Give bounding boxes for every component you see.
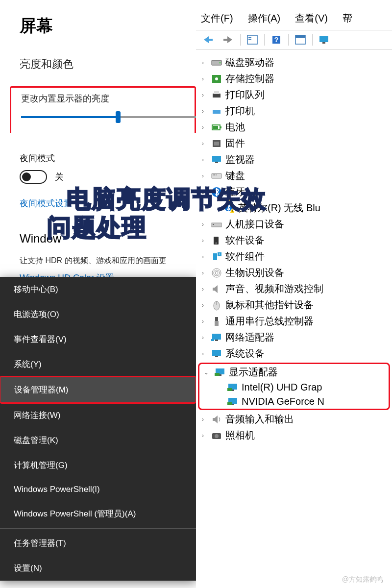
watermark: @方知露鹤鸣 bbox=[342, 575, 383, 584]
chevron-right-icon[interactable]: › bbox=[198, 416, 208, 423]
page-title: 屏幕 bbox=[20, 15, 176, 37]
headline-line2: 问题处理 bbox=[47, 214, 267, 242]
firmware-icon bbox=[211, 138, 222, 149]
chevron-right-icon[interactable]: › bbox=[198, 156, 208, 163]
tree-row[interactable]: ›电池 bbox=[196, 119, 392, 135]
svg-rect-51 bbox=[211, 339, 214, 341]
chevron-right-icon[interactable]: › bbox=[198, 92, 208, 98]
brightness-highlight-box: 更改内置显示器的亮度 bbox=[10, 86, 196, 133]
back-button[interactable] bbox=[199, 32, 217, 47]
svg-rect-4 bbox=[248, 39, 251, 40]
tree-row[interactable]: ›打印队列 bbox=[196, 87, 392, 103]
svg-rect-53 bbox=[215, 356, 218, 357]
tree-row[interactable]: ›+软件组件 bbox=[196, 248, 392, 265]
chevron-right-icon[interactable]: › bbox=[198, 140, 208, 147]
tree-row[interactable]: ›网络适配器 bbox=[196, 329, 392, 345]
tree-row[interactable]: ›监视器 bbox=[196, 151, 392, 168]
tree-label: 显示适配器 bbox=[229, 366, 278, 379]
bio-icon bbox=[211, 268, 222, 278]
headline-overlay: 电脑亮度调节失效 问题处理 bbox=[47, 185, 267, 242]
tree-row[interactable]: ›通用串行总线控制器 bbox=[196, 313, 392, 329]
ctx-item[interactable]: 系统(Y) bbox=[0, 352, 196, 377]
chevron-right-icon[interactable]: › bbox=[198, 108, 208, 115]
chevron-right-icon[interactable]: › bbox=[198, 302, 208, 309]
chevron-right-icon[interactable]: › bbox=[198, 172, 208, 179]
chevron-right-icon[interactable]: › bbox=[198, 432, 208, 439]
tree-row[interactable]: ›系统设备 bbox=[196, 345, 392, 362]
ctx-item[interactable]: 磁盘管理(K) bbox=[0, 428, 196, 453]
toggle-state-text: 关 bbox=[55, 171, 64, 183]
menu-bar: 文件(F)操作(A)查看(V)帮 bbox=[196, 10, 392, 30]
chevron-right-icon[interactable]: › bbox=[198, 334, 208, 341]
tree-row[interactable]: NVIDIA GeForce N bbox=[199, 394, 389, 409]
chevron-right-icon[interactable]: › bbox=[198, 253, 208, 260]
svg-rect-17 bbox=[213, 110, 220, 114]
tree-label: 系统设备 bbox=[225, 347, 265, 360]
ctx-separator bbox=[0, 528, 196, 529]
svg-rect-21 bbox=[213, 126, 218, 129]
audio-icon bbox=[211, 414, 222, 425]
tree-row[interactable]: ›音频输入和输出 bbox=[196, 411, 392, 427]
help-button[interactable]: ? bbox=[268, 32, 285, 47]
keyboard-icon bbox=[211, 171, 222, 181]
tree-label: Intel(R) UHD Grap bbox=[242, 382, 322, 393]
chevron-right-icon[interactable]: › bbox=[198, 75, 208, 82]
night-mode-label: 夜间模式 bbox=[20, 152, 176, 164]
tree-row[interactable]: ›鼠标和其他指针设备 bbox=[196, 297, 392, 313]
tree-row[interactable]: ⌄显示适配器 bbox=[199, 364, 389, 380]
svg-rect-25 bbox=[215, 162, 218, 163]
svg-rect-50 bbox=[215, 340, 218, 341]
ctx-item[interactable]: 移动中心(B) bbox=[0, 277, 196, 302]
ctx-item[interactable]: 任务管理器(T) bbox=[0, 531, 196, 556]
tree-row[interactable]: Intel(R) UHD Grap bbox=[199, 380, 389, 394]
night-mode-toggle[interactable] bbox=[20, 170, 47, 184]
chevron-right-icon[interactable]: › bbox=[198, 318, 208, 325]
properties-button[interactable] bbox=[292, 32, 309, 47]
tree-row[interactable]: ›打印机 bbox=[196, 103, 392, 119]
tree-label: 打印队列 bbox=[225, 88, 265, 101]
tree-row[interactable]: ›生物识别设备 bbox=[196, 265, 392, 281]
chevron-right-icon[interactable]: › bbox=[198, 270, 208, 276]
svg-rect-59 bbox=[227, 388, 232, 391]
ctx-item[interactable]: 事件查看器(V) bbox=[0, 327, 196, 352]
brightness-slider[interactable] bbox=[21, 116, 197, 118]
svg-point-44 bbox=[215, 271, 218, 274]
sys-icon bbox=[211, 348, 222, 359]
slider-thumb[interactable] bbox=[116, 111, 121, 123]
menu-item[interactable]: 查看(V) bbox=[295, 12, 328, 25]
device-tree: ›磁盘驱动器›存储控制器›打印队列›打印机›电池›固件›监视器›键盘⌄蓝牙!英特… bbox=[196, 49, 392, 443]
scan-hardware-button[interactable] bbox=[316, 32, 333, 47]
menu-item[interactable]: 操作(A) bbox=[248, 12, 281, 25]
chevron-right-icon[interactable]: › bbox=[198, 350, 208, 357]
ctx-item[interactable]: 电源选项(O) bbox=[0, 302, 196, 327]
tree-row[interactable]: ›磁盘驱动器 bbox=[196, 54, 392, 71]
tree-row[interactable]: ›键盘 bbox=[196, 168, 392, 184]
ctx-item[interactable]: 设置(N) bbox=[0, 556, 196, 581]
ctx-item[interactable]: 设备管理器(M) bbox=[0, 377, 196, 402]
tree-row[interactable]: ›声音、视频和游戏控制 bbox=[196, 281, 392, 297]
tree-label: 软件组件 bbox=[225, 250, 265, 263]
mouse-icon bbox=[211, 300, 222, 311]
svg-rect-8 bbox=[295, 35, 305, 38]
ctx-item[interactable]: 网络连接(W) bbox=[0, 403, 196, 428]
slider-fill bbox=[21, 116, 118, 118]
forward-button[interactable] bbox=[220, 32, 237, 47]
menu-item[interactable]: 文件(F) bbox=[201, 12, 233, 25]
tree-row[interactable]: ›存储控制器 bbox=[196, 71, 392, 87]
chevron-right-icon[interactable]: › bbox=[198, 286, 208, 293]
svg-rect-18 bbox=[214, 107, 219, 110]
ctx-item[interactable]: Windows PowerShell (管理员)(A) bbox=[0, 501, 196, 526]
ctx-item[interactable]: Windows PowerShell(I) bbox=[0, 478, 196, 501]
show-hide-tree-button[interactable] bbox=[244, 32, 261, 47]
svg-rect-56 bbox=[215, 373, 220, 376]
chevron-right-icon[interactable]: › bbox=[198, 59, 208, 66]
chevron-down-icon[interactable]: ⌄ bbox=[201, 369, 211, 376]
tree-row[interactable]: ›照相机 bbox=[196, 427, 392, 443]
svg-point-64 bbox=[215, 434, 219, 438]
tree-row[interactable]: ›固件 bbox=[196, 135, 392, 151]
ctx-item[interactable]: 计算机管理(G) bbox=[0, 453, 196, 478]
chevron-right-icon[interactable]: › bbox=[198, 124, 208, 131]
toolbar-separator bbox=[312, 34, 313, 46]
menu-item[interactable]: 帮 bbox=[343, 12, 352, 25]
svg-rect-27 bbox=[213, 174, 214, 175]
